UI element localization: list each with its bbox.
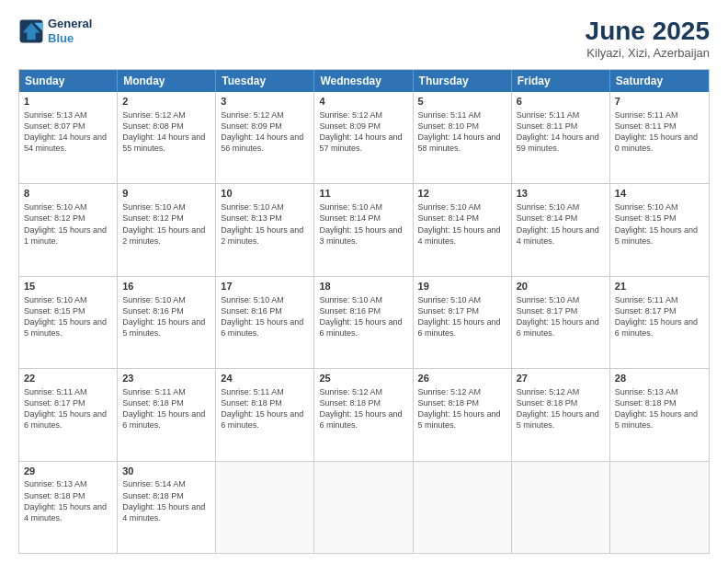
calendar-day-header: Friday — [512, 70, 610, 92]
calendar-cell: 6Sunrise: 5:11 AM Sunset: 8:11 PM Daylig… — [512, 92, 610, 183]
calendar-day-header: Tuesday — [216, 70, 314, 92]
calendar-cell: 3Sunrise: 5:12 AM Sunset: 8:09 PM Daylig… — [216, 92, 314, 183]
cell-info: Sunrise: 5:13 AM Sunset: 8:07 PM Dayligh… — [24, 109, 112, 155]
cell-info: Sunrise: 5:10 AM Sunset: 8:14 PM Dayligh… — [418, 201, 506, 247]
logo-text: General Blue — [48, 17, 92, 45]
logo-icon — [18, 18, 44, 44]
logo-line1: General — [48, 17, 92, 31]
day-number: 25 — [319, 372, 407, 385]
calendar-cell: 16Sunrise: 5:10 AM Sunset: 8:16 PM Dayli… — [118, 277, 216, 368]
calendar-cell: 17Sunrise: 5:10 AM Sunset: 8:16 PM Dayli… — [216, 277, 314, 368]
calendar-cell: 26Sunrise: 5:12 AM Sunset: 8:18 PM Dayli… — [414, 369, 512, 460]
calendar-row: 8Sunrise: 5:10 AM Sunset: 8:12 PM Daylig… — [19, 183, 709, 275]
cell-info: Sunrise: 5:10 AM Sunset: 8:16 PM Dayligh… — [221, 294, 309, 339]
day-number: 7 — [615, 95, 704, 109]
calendar-cell: 9Sunrise: 5:10 AM Sunset: 8:12 PM Daylig… — [118, 184, 216, 275]
day-number: 29 — [24, 465, 112, 478]
cell-info: Sunrise: 5:11 AM Sunset: 8:18 PM Dayligh… — [122, 386, 210, 431]
cell-info: Sunrise: 5:13 AM Sunset: 8:18 PM Dayligh… — [615, 386, 704, 431]
cell-info: Sunrise: 5:10 AM Sunset: 8:17 PM Dayligh… — [517, 294, 605, 339]
cell-info: Sunrise: 5:11 AM Sunset: 8:11 PM Dayligh… — [517, 109, 605, 155]
calendar-cell: 12Sunrise: 5:10 AM Sunset: 8:14 PM Dayli… — [414, 184, 512, 275]
calendar-cell: 10Sunrise: 5:10 AM Sunset: 8:13 PM Dayli… — [216, 184, 314, 275]
calendar-cell: 7Sunrise: 5:11 AM Sunset: 8:11 PM Daylig… — [610, 92, 709, 183]
day-number: 6 — [517, 95, 605, 109]
calendar-row: 29Sunrise: 5:13 AM Sunset: 8:18 PM Dayli… — [19, 461, 709, 553]
cell-info: Sunrise: 5:10 AM Sunset: 8:12 PM Dayligh… — [24, 201, 112, 247]
day-number: 12 — [418, 187, 506, 201]
day-number: 21 — [615, 280, 704, 293]
calendar-cell: 13Sunrise: 5:10 AM Sunset: 8:14 PM Dayli… — [512, 184, 610, 275]
cell-info: Sunrise: 5:10 AM Sunset: 8:16 PM Dayligh… — [319, 294, 407, 339]
day-number: 18 — [319, 280, 407, 293]
cell-info: Sunrise: 5:11 AM Sunset: 8:17 PM Dayligh… — [615, 294, 704, 339]
day-number: 23 — [122, 372, 210, 385]
calendar-cell — [512, 462, 610, 553]
day-number: 22 — [24, 372, 112, 385]
calendar-cell: 22Sunrise: 5:11 AM Sunset: 8:17 PM Dayli… — [19, 369, 118, 460]
day-number: 9 — [122, 187, 210, 201]
calendar-cell: 29Sunrise: 5:13 AM Sunset: 8:18 PM Dayli… — [19, 462, 118, 553]
cell-info: Sunrise: 5:11 AM Sunset: 8:17 PM Dayligh… — [24, 386, 112, 431]
calendar-cell: 23Sunrise: 5:11 AM Sunset: 8:18 PM Dayli… — [118, 369, 216, 460]
day-number: 16 — [122, 280, 210, 293]
cell-info: Sunrise: 5:10 AM Sunset: 8:13 PM Dayligh… — [221, 201, 309, 247]
page: General Blue June 2025 Kilyazi, Xizi, Az… — [0, 0, 728, 563]
day-number: 10 — [221, 187, 309, 201]
calendar: SundayMondayTuesdayWednesdayThursdayFrid… — [18, 69, 710, 554]
calendar-cell — [216, 462, 314, 553]
cell-info: Sunrise: 5:11 AM Sunset: 8:10 PM Dayligh… — [418, 109, 506, 155]
calendar-cell — [610, 462, 709, 553]
calendar-row: 1Sunrise: 5:13 AM Sunset: 8:07 PM Daylig… — [19, 92, 709, 183]
cell-info: Sunrise: 5:12 AM Sunset: 8:18 PM Dayligh… — [319, 386, 407, 431]
header: General Blue June 2025 Kilyazi, Xizi, Az… — [18, 17, 710, 60]
cell-info: Sunrise: 5:10 AM Sunset: 8:15 PM Dayligh… — [615, 201, 704, 247]
day-number: 3 — [221, 95, 309, 109]
day-number: 28 — [615, 372, 704, 385]
calendar-cell: 2Sunrise: 5:12 AM Sunset: 8:08 PM Daylig… — [118, 92, 216, 183]
cell-info: Sunrise: 5:10 AM Sunset: 8:12 PM Dayligh… — [122, 201, 210, 247]
day-number: 1 — [24, 95, 112, 109]
calendar-day-header: Monday — [118, 70, 216, 92]
day-number: 19 — [418, 280, 506, 293]
main-title: June 2025 — [586, 17, 710, 46]
day-number: 4 — [319, 95, 407, 109]
calendar-cell: 18Sunrise: 5:10 AM Sunset: 8:16 PM Dayli… — [314, 277, 413, 368]
cell-info: Sunrise: 5:12 AM Sunset: 8:18 PM Dayligh… — [418, 386, 506, 431]
day-number: 11 — [319, 187, 407, 201]
cell-info: Sunrise: 5:10 AM Sunset: 8:15 PM Dayligh… — [24, 294, 112, 339]
day-number: 27 — [517, 372, 605, 385]
calendar-cell: 27Sunrise: 5:12 AM Sunset: 8:18 PM Dayli… — [512, 369, 610, 460]
calendar-cell: 11Sunrise: 5:10 AM Sunset: 8:14 PM Dayli… — [314, 184, 413, 275]
calendar-row: 22Sunrise: 5:11 AM Sunset: 8:17 PM Dayli… — [19, 368, 709, 460]
cell-info: Sunrise: 5:12 AM Sunset: 8:08 PM Dayligh… — [122, 109, 210, 155]
cell-info: Sunrise: 5:10 AM Sunset: 8:14 PM Dayligh… — [319, 201, 407, 247]
calendar-day-header: Thursday — [414, 70, 512, 92]
calendar-cell: 15Sunrise: 5:10 AM Sunset: 8:15 PM Dayli… — [19, 277, 118, 368]
calendar-body: 1Sunrise: 5:13 AM Sunset: 8:07 PM Daylig… — [19, 92, 709, 553]
cell-info: Sunrise: 5:14 AM Sunset: 8:18 PM Dayligh… — [122, 478, 210, 523]
cell-info: Sunrise: 5:10 AM Sunset: 8:14 PM Dayligh… — [517, 201, 605, 247]
calendar-day-header: Saturday — [610, 70, 709, 92]
calendar-cell: 25Sunrise: 5:12 AM Sunset: 8:18 PM Dayli… — [314, 369, 413, 460]
calendar-cell: 5Sunrise: 5:11 AM Sunset: 8:10 PM Daylig… — [414, 92, 512, 183]
day-number: 14 — [615, 187, 704, 201]
day-number: 15 — [24, 280, 112, 293]
calendar-cell: 24Sunrise: 5:11 AM Sunset: 8:18 PM Dayli… — [216, 369, 314, 460]
calendar-cell: 1Sunrise: 5:13 AM Sunset: 8:07 PM Daylig… — [19, 92, 118, 183]
cell-info: Sunrise: 5:12 AM Sunset: 8:09 PM Dayligh… — [221, 109, 309, 155]
day-number: 30 — [122, 465, 210, 478]
day-number: 2 — [122, 95, 210, 109]
cell-info: Sunrise: 5:13 AM Sunset: 8:18 PM Dayligh… — [24, 478, 112, 523]
cell-info: Sunrise: 5:12 AM Sunset: 8:09 PM Dayligh… — [319, 109, 407, 155]
day-number: 26 — [418, 372, 506, 385]
calendar-cell: 14Sunrise: 5:10 AM Sunset: 8:15 PM Dayli… — [610, 184, 709, 275]
day-number: 8 — [24, 187, 112, 201]
day-number: 20 — [517, 280, 605, 293]
calendar-cell: 28Sunrise: 5:13 AM Sunset: 8:18 PM Dayli… — [610, 369, 709, 460]
calendar-cell: 8Sunrise: 5:10 AM Sunset: 8:12 PM Daylig… — [19, 184, 118, 275]
day-number: 13 — [517, 187, 605, 201]
cell-info: Sunrise: 5:10 AM Sunset: 8:17 PM Dayligh… — [418, 294, 506, 339]
logo: General Blue — [18, 17, 92, 45]
day-number: 5 — [418, 95, 506, 109]
